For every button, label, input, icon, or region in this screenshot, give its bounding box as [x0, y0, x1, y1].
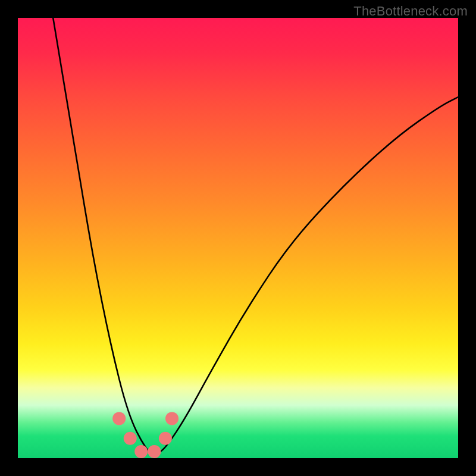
curve-marker-dot	[112, 412, 126, 425]
curve-marker-dot	[148, 445, 161, 458]
curve-marker-dot	[165, 412, 178, 425]
curve-svg	[18, 18, 458, 458]
chart-container: TheBottleneck.com	[0, 0, 476, 476]
main-curve	[53, 18, 458, 454]
curve-marker-dot	[159, 432, 172, 445]
curve-marker-dot	[124, 432, 137, 445]
curve-marker-dot	[134, 445, 148, 458]
curve-markers	[112, 412, 178, 458]
watermark-text: TheBottleneck.com	[353, 4, 468, 19]
plot-area	[18, 18, 458, 458]
